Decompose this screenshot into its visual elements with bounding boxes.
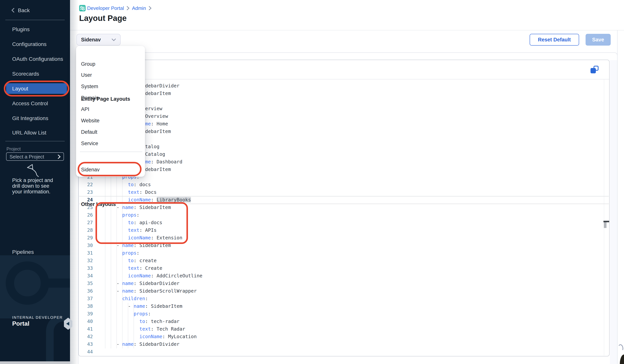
line-number: 35 <box>79 280 93 287</box>
code-line-38[interactable]: 38 - name: SidebarItem <box>79 302 609 310</box>
chevron-right-icon <box>149 6 151 10</box>
line-number: 32 <box>79 257 93 264</box>
save-button[interactable]: Save <box>586 34 611 46</box>
code-line-20[interactable]: 20 - name: SidebarItem <box>79 166 609 173</box>
back-label: Back <box>18 7 30 13</box>
line-content: text: APIs <box>93 227 156 234</box>
menu-item-user[interactable]: User <box>81 71 142 79</box>
code-line-32[interactable]: 32 to: create <box>79 257 609 264</box>
code-line-13[interactable]: 13 text: Overview <box>79 113 609 120</box>
code-line-22[interactable]: 22 to: docs <box>79 181 609 188</box>
code-line-24[interactable]: 24 iconName: LibraryBooks <box>79 196 609 204</box>
code-line-15[interactable]: 15 - name: SidebarItem <box>79 128 609 135</box>
yaml-code-editor[interactable]: 9 - name: SidebarDivider10 - name: Sideb… <box>78 60 610 356</box>
menu-item-group[interactable]: Group <box>81 60 142 68</box>
brand-line-1: INTERNAL DEVELOPER <box>12 315 63 319</box>
menu-item-api[interactable]: API <box>81 105 142 114</box>
line-content: children: <box>93 295 148 302</box>
sidebar-bottom-scrollbar[interactable] <box>0 361 70 364</box>
chevron-right-icon <box>127 6 129 10</box>
line-number: 44 <box>79 348 93 356</box>
code-line-17[interactable]: 17 to: catalog <box>79 143 609 150</box>
code-line-40[interactable]: 40 to: tech-radar <box>79 318 609 325</box>
project-label: Project <box>6 146 21 152</box>
menu-item-system[interactable]: System <box>81 82 142 91</box>
line-number: 22 <box>79 181 93 188</box>
code-line-41[interactable]: 41 text: Tech Radar <box>79 325 609 333</box>
sidebar-divider-top <box>5 20 65 20</box>
line-number: 40 <box>79 318 93 325</box>
chevron-down-icon <box>111 38 116 41</box>
hint-line: Pick a project and <box>12 178 53 183</box>
layout-select-dropdown[interactable]: Sidenav <box>77 34 121 46</box>
line-number: 31 <box>79 249 93 257</box>
code-line-21[interactable]: 21 props: <box>79 173 609 181</box>
sidebar-item-url-allow-list[interactable]: URL Allow List <box>12 129 46 136</box>
code-line-35[interactable]: 35 - name: SidebarDivider <box>79 280 609 287</box>
code-line-42[interactable]: 42 iconName: MyLocation <box>79 333 609 341</box>
sidebar-item-oauth-configurations[interactable]: OAuth Configurations <box>12 55 63 63</box>
code-line-30[interactable]: 30 - name: SidebarItem <box>79 242 609 249</box>
sidebar-item-plugins[interactable]: Plugins <box>12 25 30 33</box>
sidebar-item-access-control[interactable]: Access Control <box>12 100 48 107</box>
code-line-39[interactable]: 39 props: <box>79 310 609 318</box>
sidebar: Back PluginsConfigurationsOAuth Configur… <box>0 0 70 364</box>
code-line-16[interactable]: 16 props: <box>79 135 609 143</box>
code-line-25[interactable]: 25 - name: SidebarItem <box>79 204 609 211</box>
line-content: to: docs <box>93 181 151 188</box>
line-number: 26 <box>79 211 93 219</box>
code-line-23[interactable]: 23 text: Docs <box>79 188 609 196</box>
breadcrumb-admin[interactable]: Admin <box>132 5 146 11</box>
line-number: 28 <box>79 227 93 234</box>
code-line-44[interactable]: 44 <box>79 348 609 356</box>
code-line-27[interactable]: 27 to: api-docs <box>79 219 609 227</box>
code-line-14[interactable]: 14 iconName: Home <box>79 120 609 128</box>
code-line-18[interactable]: 18 text: Catalog <box>79 150 609 158</box>
sidebar-item-scorecards[interactable]: Scorecards <box>12 70 39 77</box>
line-content: iconName: MyLocation <box>93 333 197 341</box>
line-number: 42 <box>79 333 93 341</box>
code-line-19[interactable]: 19 iconName: Dashboard <box>79 158 609 166</box>
copy-button[interactable] <box>590 65 599 74</box>
code-line-11[interactable]: 11 props: <box>79 97 609 105</box>
reset-default-button[interactable]: Reset Default <box>530 34 579 46</box>
card-right-padding <box>610 60 617 364</box>
code-line-31[interactable]: 31 props: <box>79 249 609 257</box>
select-project-button[interactable]: Select a Project <box>6 152 64 161</box>
line-content: to: create <box>93 257 156 264</box>
menu-item-sidenav[interactable]: Sidenav <box>81 165 142 174</box>
code-area: 9 - name: SidebarDivider10 - name: Sideb… <box>79 82 609 356</box>
code-line-43[interactable]: 43 - name: SidebarDivider <box>79 341 609 348</box>
line-content: props: <box>93 310 151 318</box>
editor-toolbar-divider <box>79 79 609 79</box>
sidebar-item-pipelines[interactable]: Pipelines <box>12 249 34 255</box>
line-content: text: Docs <box>93 188 156 196</box>
sidebar-deco-ring <box>6 261 49 305</box>
code-line-12[interactable]: 12 to: overview <box>79 105 609 113</box>
code-line-33[interactable]: 33 text: Create <box>79 264 609 272</box>
line-number: 30 <box>79 242 93 249</box>
line-number: 27 <box>79 219 93 227</box>
back-button[interactable]: Back <box>11 6 30 14</box>
selected-token: LibraryBooks <box>156 197 191 203</box>
sidebar-item-configurations[interactable]: Configurations <box>12 40 47 48</box>
sidebar-item-layout[interactable]: Layout <box>11 83 67 94</box>
code-line-9[interactable]: 9 - name: SidebarDivider <box>79 82 609 90</box>
line-content <box>93 348 105 356</box>
chevron-left-icon <box>11 8 14 13</box>
menu-item-website[interactable]: Website <box>81 117 142 125</box>
code-line-36[interactable]: 36 - name: SidebarScrollWrapper <box>79 287 609 295</box>
select-project-label: Select a Project <box>9 154 44 159</box>
sidebar-item-git-integrations[interactable]: Git Integrations <box>12 114 48 122</box>
code-line-10[interactable]: 10 - name: SidebarItem <box>79 90 609 97</box>
code-line-26[interactable]: 26 props: <box>79 211 609 219</box>
menu-item-service[interactable]: Service <box>81 139 142 148</box>
breadcrumb-developer-portal[interactable]: Developer Portal <box>87 5 124 11</box>
code-line-28[interactable]: 28 text: APIs <box>79 227 609 234</box>
code-line-34[interactable]: 34 iconName: AddCircleOutline <box>79 272 609 280</box>
menu-item-default[interactable]: Default <box>81 128 142 136</box>
sidebar-deco-bar <box>44 278 70 288</box>
code-line-29[interactable]: 29 iconName: Extension <box>79 234 609 242</box>
menu-item-domain[interactable]: Domain <box>81 94 142 102</box>
code-line-37[interactable]: 37 children: <box>79 295 609 302</box>
